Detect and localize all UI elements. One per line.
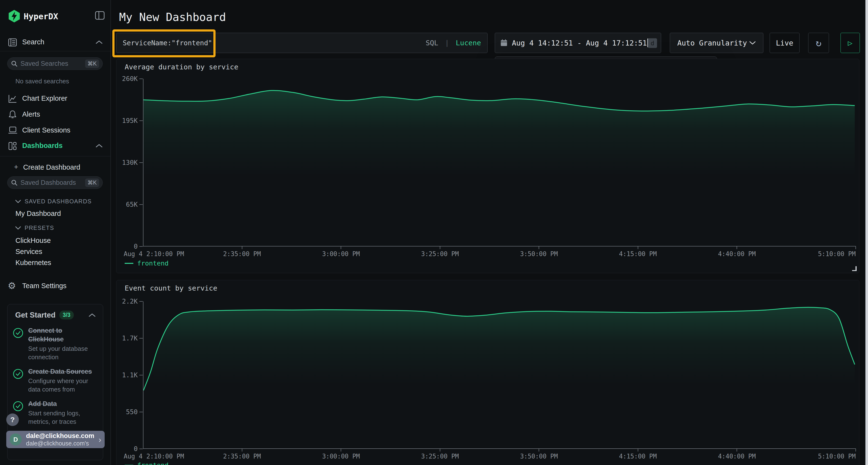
step-desc: Configure where your data comes from bbox=[28, 377, 97, 394]
line-chart[interactable] bbox=[143, 301, 856, 449]
sidebar-item-services[interactable]: Services bbox=[16, 248, 42, 256]
y-axis-tick bbox=[140, 375, 143, 375]
x-axis-tick bbox=[638, 246, 638, 249]
chart-legend[interactable]: frontend bbox=[125, 260, 168, 267]
x-axis-tick-label: 3:25:00 PM bbox=[421, 250, 459, 258]
user-email: dale@clickhouse.com bbox=[26, 432, 99, 440]
y-axis-tick-label: 1.7K bbox=[116, 334, 138, 342]
x-axis-tick bbox=[242, 449, 242, 452]
x-axis-tick bbox=[440, 246, 440, 249]
sidebar-item-clickhouse[interactable]: ClickHouse bbox=[16, 237, 51, 244]
legend-line-swatch bbox=[125, 263, 133, 264]
sidebar-item-kubernetes[interactable]: Kubernetes bbox=[16, 259, 51, 267]
y-axis-tick-label: 65K bbox=[116, 201, 138, 208]
chevron-up-icon[interactable] bbox=[89, 313, 96, 317]
create-dashboard-button[interactable]: Create Dashboard bbox=[23, 163, 80, 171]
get-started-progress-badge: 3/3 bbox=[59, 310, 74, 320]
refresh-button[interactable]: ↻ bbox=[808, 33, 829, 53]
plus-icon: + bbox=[14, 163, 18, 171]
chevron-down-icon[interactable] bbox=[15, 226, 21, 230]
y-axis-tick bbox=[140, 121, 143, 121]
x-axis-tick bbox=[539, 449, 539, 452]
x-axis-tick bbox=[539, 246, 539, 249]
get-started-title: Get Started bbox=[15, 311, 56, 320]
date-range-input[interactable]: Aug 4 14:12:51 - Aug 4 17:12:51 d bbox=[495, 33, 661, 53]
x-axis-tick bbox=[638, 449, 638, 452]
hyperdx-logo-icon bbox=[8, 10, 20, 23]
run-query-button[interactable]: ▷ bbox=[840, 33, 860, 53]
chart-legend[interactable]: frontend bbox=[125, 461, 168, 465]
legend-label: frontend bbox=[137, 260, 168, 267]
query-text: ServiceName:"frontend" bbox=[123, 39, 426, 47]
y-axis-tick bbox=[140, 78, 143, 79]
x-axis-tick-label: 2:35:00 PM bbox=[223, 250, 261, 258]
alerts-bell-icon bbox=[8, 110, 17, 119]
y-axis-tick bbox=[140, 162, 143, 163]
saved-searches-input[interactable]: Saved Searches ⌘K bbox=[7, 57, 103, 70]
chart-panel-event-count: Event count by service frontend 2.2K1.7K… bbox=[116, 280, 859, 465]
collapse-sidebar-icon[interactable] bbox=[95, 11, 105, 20]
user-menu[interactable]: D dale@clickhouse.com dale@clickhouse.co… bbox=[6, 431, 105, 448]
x-axis-tick-label: 2:35:00 PM bbox=[223, 453, 261, 460]
help-icon: ? bbox=[10, 416, 15, 424]
y-axis-tick bbox=[140, 246, 143, 247]
saved-dashboards-input[interactable]: Saved Dashboards ⌘K bbox=[7, 176, 103, 189]
chevron-down-icon bbox=[749, 41, 756, 45]
y-axis-tick-label: 0 bbox=[116, 445, 138, 453]
chart-title: Event count by service bbox=[125, 284, 217, 292]
sidebar-item-client-sessions[interactable]: Client Sessions bbox=[22, 126, 70, 134]
lang-divider: | bbox=[445, 39, 449, 47]
sidebar-item-chart-explorer[interactable]: Chart Explorer bbox=[22, 94, 67, 102]
y-axis-tick-label: 130K bbox=[116, 159, 138, 166]
panel-resize-handle[interactable] bbox=[852, 266, 857, 271]
live-button[interactable]: Live bbox=[770, 33, 800, 53]
x-axis-tick bbox=[737, 449, 737, 452]
saved-dashboards-header[interactable]: SAVED DASHBOARDS bbox=[25, 198, 92, 205]
y-axis-tick-label: 2.2K bbox=[116, 298, 138, 305]
x-axis-tick-label: 3:00:00 PM bbox=[322, 453, 360, 460]
check-circle-icon bbox=[13, 328, 23, 338]
search-icon bbox=[11, 60, 18, 67]
date-range-text: Aug 4 14:12:51 - Aug 4 17:12:51 bbox=[512, 39, 647, 47]
y-axis-tick-label: 260K bbox=[116, 75, 138, 82]
play-icon: ▷ bbox=[848, 38, 852, 47]
granularity-select[interactable]: Auto Granularity bbox=[670, 33, 763, 53]
y-axis-tick bbox=[140, 338, 143, 338]
saved-searches-placeholder: Saved Searches bbox=[21, 60, 85, 67]
step-title: Connect to ClickHouse bbox=[28, 326, 97, 343]
sidebar-item-dashboards[interactable]: Dashboards bbox=[22, 142, 63, 150]
chevron-up-icon[interactable] bbox=[95, 40, 103, 44]
x-axis-tick bbox=[242, 246, 242, 249]
get-started-step[interactable]: Create Data Sources Configure where your… bbox=[7, 361, 103, 394]
x-axis-tick-label: 4:40:00 PM bbox=[718, 250, 756, 258]
chevron-down-icon[interactable] bbox=[15, 199, 21, 203]
y-axis-tick bbox=[140, 204, 143, 205]
presets-header[interactable]: PRESETS bbox=[25, 225, 54, 231]
sidebar-item-team-settings[interactable]: Team Settings bbox=[22, 282, 66, 290]
search-query-input[interactable]: ServiceName:"frontend" SQL | Lucene bbox=[116, 33, 488, 53]
chevron-right-icon: › bbox=[99, 435, 101, 444]
x-axis-tick-label: Aug 4 2:10:00 PM bbox=[124, 453, 184, 460]
chart-title: Average duration by service bbox=[125, 63, 238, 71]
page-scrollbar[interactable] bbox=[865, 0, 868, 465]
y-axis-tick-label: 1.1K bbox=[116, 371, 138, 379]
chevron-up-icon[interactable] bbox=[95, 143, 103, 148]
get-started-step[interactable]: Connect to ClickHouse Set up your databa… bbox=[7, 322, 103, 361]
x-axis-tick-label: Aug 4 2:10:00 PM bbox=[124, 250, 184, 258]
shortcut-badge: ⌘K bbox=[85, 60, 99, 68]
step-title: Create Data Sources bbox=[28, 367, 97, 376]
sidebar-item-my-dashboard[interactable]: My Dashboard bbox=[16, 210, 61, 218]
check-circle-icon bbox=[13, 401, 23, 411]
lucene-toggle[interactable]: Lucene bbox=[456, 39, 481, 47]
sidebar-item-search[interactable]: Search bbox=[22, 38, 44, 46]
shortcut-badge: ⌘K bbox=[85, 178, 99, 187]
saved-dashboards-placeholder: Saved Dashboards bbox=[21, 179, 85, 187]
calendar-icon bbox=[500, 39, 507, 47]
sidebar-item-alerts[interactable]: Alerts bbox=[22, 110, 40, 118]
help-button[interactable]: ? bbox=[6, 413, 19, 426]
avatar: D bbox=[10, 433, 22, 445]
get-started-step[interactable]: Add Data Start sending logs, metrics, or… bbox=[7, 394, 103, 426]
granularity-value: Auto Granularity bbox=[677, 39, 747, 47]
line-chart[interactable] bbox=[143, 79, 856, 246]
sql-toggle[interactable]: SQL bbox=[426, 39, 438, 47]
